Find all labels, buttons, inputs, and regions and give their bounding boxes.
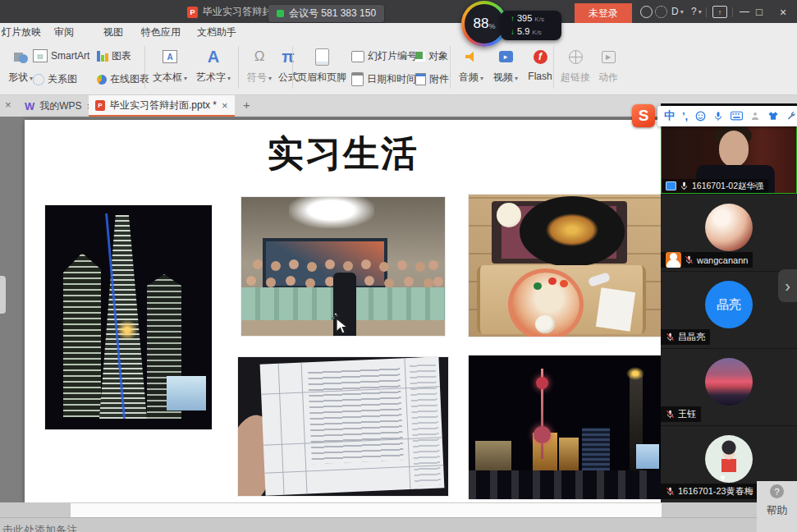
chart-button[interactable]: 图表 [97, 49, 131, 63]
slide-title[interactable]: 实习生活 [25, 130, 662, 178]
sogou-logo-icon[interactable]: S [632, 104, 655, 127]
online-chart-button[interactable]: 在线图表 [97, 72, 149, 86]
participant-tile[interactable]: 晶亮 昌晶亮 [661, 272, 797, 348]
document-title-text: 毕业实习答辩封 [203, 5, 272, 19]
audio-button[interactable]: 音频▾ [453, 43, 489, 92]
action-icon: ▶ [602, 51, 616, 63]
shape-circle-icon [19, 54, 28, 63]
participant-tile[interactable]: wangcanann [661, 195, 797, 271]
datetime-button[interactable]: 日期和时间 [351, 72, 416, 86]
wall-picture [266, 241, 384, 286]
ime-mode-button[interactable]: 中 [664, 108, 675, 123]
main-video-tile[interactable]: 1616701-02赵华强 [661, 118, 797, 194]
video-icon: ▸ [499, 51, 513, 62]
dropdown-caret-icon: ▾ [227, 75, 231, 82]
photo-document[interactable] [238, 357, 448, 496]
notes-placeholder[interactable]: 击此处添加备注 [2, 523, 77, 532]
emoji-icon[interactable] [695, 111, 706, 122]
meeting-id-text: 会议号 581 383 150 [289, 7, 376, 21]
help-label[interactable]: 帮助 [757, 503, 797, 518]
mic-muted-icon [666, 487, 675, 496]
wrench-settings-icon[interactable] [786, 111, 796, 121]
ribbon-divider [450, 46, 451, 89]
theme-icon[interactable] [640, 6, 653, 18]
tab-document[interactable]: P 毕业实习答辩封面.pptx * × [89, 95, 235, 117]
notes-panel[interactable] [71, 503, 662, 517]
settings-icon[interactable] [655, 6, 667, 18]
ime-punct-button[interactable]: ’, [682, 110, 688, 122]
download-speed: 5.9 [517, 25, 529, 38]
ime-bar: 中 ’, [657, 106, 797, 126]
bottom-divider [0, 517, 797, 518]
header-footer-icon [315, 48, 329, 66]
new-tab-button[interactable]: + [243, 98, 250, 112]
close-button[interactable]: × [780, 6, 786, 19]
tomato-garnish [548, 277, 557, 285]
textbox-button[interactable]: A 文本框▾ [149, 43, 191, 92]
smartart-button[interactable]: ▤ SmartArt [33, 49, 89, 62]
gold-tower-2 [559, 438, 579, 470]
hyperlink-button[interactable]: 超链接 [557, 43, 594, 92]
participant-label: 王钰 [661, 406, 701, 422]
maximize-button[interactable]: □ [756, 6, 763, 18]
screen-share-icon [666, 181, 676, 190]
meeting-panel: 正在讲话: 1616701-02赵华强 1616701-02赵华强 [661, 103, 797, 502]
bowl-food [539, 209, 605, 250]
menu-special-app[interactable]: 特色应用 [141, 25, 181, 39]
smartart-icon: ▤ [33, 49, 48, 62]
diagram-button[interactable]: 关系图 [33, 72, 77, 86]
mic-muted-icon [666, 332, 675, 342]
document-title: P 毕业实习答辩封 [187, 5, 272, 19]
back-row-heads [253, 259, 263, 269]
slide-canvas[interactable]: 实习生活 [25, 120, 662, 502]
hyperlink-icon [569, 50, 583, 64]
collapse-ribbon-button[interactable]: ↑ [712, 6, 727, 18]
menu-review[interactable]: 审阅 [54, 25, 74, 39]
action-button[interactable]: ▶ 动作 [593, 43, 624, 92]
wps-logo-icon: W [25, 100, 34, 112]
login-button[interactable]: 未登录 [575, 3, 632, 23]
voice-input-icon[interactable] [713, 111, 723, 122]
net-speed-pill: ↑ 395 K/s ↓ 5.9 K/s [501, 11, 561, 40]
avatar [705, 358, 753, 406]
attachment-button[interactable]: 附件 [415, 72, 449, 86]
handwriting-icon[interactable] [750, 111, 760, 122]
side-panel-handle[interactable] [0, 276, 6, 314]
slide-number-icon [351, 51, 364, 62]
blue-building [582, 428, 610, 470]
dropdown-caret-icon: ▾ [515, 75, 518, 82]
ime-toolbar: S 中 ’, [632, 104, 797, 127]
close-tab-icon[interactable]: × [5, 99, 11, 111]
object-icon [415, 52, 425, 62]
soft-keyboard-icon[interactable] [731, 111, 743, 121]
menu-view[interactable]: 视图 [103, 25, 123, 39]
download-unit: K/s [532, 26, 542, 39]
participant-tile[interactable]: 王钰 [661, 349, 797, 425]
menu-slideshow[interactable]: 灯片放映 [2, 25, 41, 39]
upload-speed: 395 [517, 12, 532, 25]
photo-bund-night[interactable] [469, 355, 661, 499]
net-speed-monitor[interactable]: 88 % ↑ 395 K/s ↓ 5.9 K/s [461, 1, 561, 47]
menu-doc-helper[interactable]: 文档助手 [197, 25, 236, 39]
object-button[interactable]: 对象 [415, 49, 448, 63]
scroll-down-triangle-icon[interactable]: ▼ [718, 473, 727, 483]
wordart-button[interactable]: A 艺术字▾ [192, 43, 235, 92]
slide-number-button[interactable]: 幻灯片编号 [351, 49, 417, 63]
help-question-icon[interactable]: ? [770, 484, 784, 498]
app-window: P 毕业实习答辩封 会议号 581 383 150 未登录 D▾ ?▾ ↑ — … [0, 0, 797, 532]
close-tab-icon[interactable]: × [222, 99, 228, 112]
steamed-bun [497, 203, 521, 227]
skin-menu-button[interactable]: D▾ [671, 6, 684, 17]
tab-my-wps[interactable]: W 我的WPS × [18, 95, 99, 117]
skin-shirt-icon[interactable] [767, 111, 779, 121]
photo-food[interactable] [469, 195, 661, 337]
minimize-button[interactable]: — [740, 6, 749, 17]
front-row-heads [246, 276, 256, 286]
panel-collapse-chevron[interactable]: › [778, 269, 797, 302]
help-menu-button[interactable]: ?▾ [691, 6, 702, 17]
video-button[interactable]: ▸ 视频▾ [488, 43, 524, 92]
header-footer-button[interactable]: 页眉和页脚 [295, 43, 348, 92]
photo-skyline-towers[interactable] [45, 205, 212, 429]
participant-label: 昌晶亮 [661, 329, 710, 345]
ppt-file-icon: P [95, 100, 105, 111]
